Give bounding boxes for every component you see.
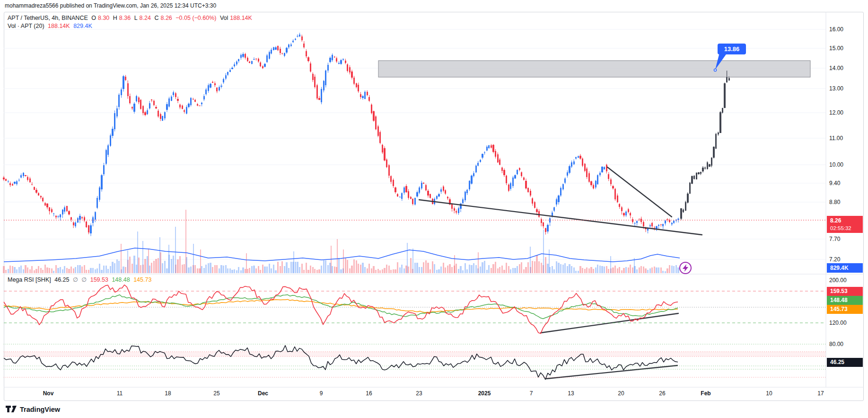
time-axis-label[interactable]: 17 — [817, 390, 824, 397]
price-axis-label: 200.00 — [829, 277, 847, 284]
price-axis-label: 7.70 — [829, 236, 840, 242]
time-axis-label[interactable]: 13 — [568, 390, 574, 397]
low-label: L — [134, 15, 138, 21]
vol-value: 188.14K — [230, 15, 252, 21]
time-axis-label[interactable]: 23 — [416, 390, 422, 397]
price-axis-label: 16.00 — [829, 26, 843, 33]
price-axis-label: 7.20 — [829, 256, 840, 263]
price-axis-label: 15.00 — [829, 45, 843, 52]
time-axis-label[interactable]: Feb — [701, 390, 710, 397]
time-axis-label[interactable]: 2025 — [478, 390, 491, 397]
price-axis-label: 120.00 — [829, 320, 847, 326]
footer-branding[interactable]: TradingView — [6, 406, 60, 413]
volume-ma-badge[interactable]: 829.4K — [827, 263, 863, 273]
high-value: 8.36 — [119, 15, 131, 21]
open-value: 8.30 — [98, 15, 109, 21]
bar-countdown: 02:55:32 — [830, 224, 863, 232]
high-label: H — [113, 15, 117, 21]
change-value: −0.05 (−0.60%) — [175, 15, 216, 21]
time-axis-label[interactable]: 7 — [530, 390, 533, 397]
chart-canvas[interactable] — [0, 0, 868, 418]
rsi2-black-badge[interactable]: 46.25 — [827, 358, 863, 367]
open-label: O — [91, 15, 96, 21]
rsi-value-6: 145.73 — [133, 276, 151, 283]
time-axis-label[interactable]: 25 — [213, 390, 219, 397]
price-axis-label: 10.00 — [829, 161, 843, 168]
time-axis-label[interactable]: 20 — [618, 390, 624, 397]
time-axis-label[interactable]: Dec — [258, 390, 268, 397]
price-target-callout[interactable]: 13.86 — [718, 44, 746, 54]
time-axis-label[interactable]: 26 — [659, 390, 665, 397]
price-axis-label: 80.00 — [829, 341, 843, 347]
time-axis-label[interactable]: 18 — [165, 390, 171, 397]
volume-legend-row[interactable]: Vol · APT (20) 188.14K 829.4K — [8, 23, 94, 29]
vol-label: Vol — [220, 15, 228, 21]
rsi-legend-row[interactable]: Mega RSI [SHK] 46.25 ∅ ∅ 159.53 148.48 1… — [8, 276, 153, 283]
last-price-value: 8.26 — [830, 217, 863, 224]
price-axis-label: 14.00 — [829, 65, 843, 71]
volume-indicator-title[interactable]: Vol · APT (20) — [8, 23, 44, 29]
time-axis-label[interactable]: Nov — [43, 390, 54, 397]
rsi-orange-badge[interactable]: 145.73 — [827, 305, 863, 314]
tradingview-brand-text: TradingView — [20, 406, 60, 413]
price-axis-label: 12.00 — [829, 109, 843, 116]
symbol-legend-row[interactable]: APT / TetherUS, 4h, BINANCE O8.30 H8.36 … — [8, 15, 254, 21]
rsi-indicator-title[interactable]: Mega RSI [SHK] — [8, 276, 51, 283]
price-axis-label: 9.40 — [829, 180, 840, 187]
time-axis-label[interactable]: 16 — [366, 390, 372, 397]
rsi-value-2: ∅ — [73, 276, 78, 283]
volume-ma-value: 829.4K — [73, 23, 92, 29]
symbol-title[interactable]: APT / TetherUS, 4h, BINANCE — [8, 15, 88, 21]
time-axis-label[interactable]: 11 — [117, 390, 123, 397]
rsi-red-badge[interactable]: 159.53 — [827, 287, 863, 296]
price-axis-label: 8.80 — [829, 199, 840, 205]
rsi-green-badge[interactable]: 148.48 — [827, 296, 863, 305]
tradingview-snapshot: mohammadreza5566 published on TradingVie… — [0, 0, 868, 418]
rsi-value-1: 46.25 — [54, 276, 69, 283]
tradingview-logo-icon — [6, 406, 17, 413]
volume-value: 188.14K — [48, 23, 70, 29]
close-value: 8.26 — [160, 15, 172, 21]
rsi-value-4: 159.53 — [90, 276, 108, 283]
time-axis-label[interactable]: 9 — [320, 390, 323, 397]
time-axis-label[interactable]: 10 — [766, 390, 772, 397]
close-label: C — [154, 15, 158, 21]
price-axis-label: 13.00 — [829, 85, 843, 92]
price-axis-label: 11.00 — [829, 135, 843, 142]
rsi-value-5: 148.48 — [112, 276, 130, 283]
rsi-value-3: ∅ — [81, 276, 87, 283]
low-value: 8.24 — [140, 15, 151, 21]
last-price-badge[interactable]: 8.26 02:55:32 — [827, 216, 863, 233]
